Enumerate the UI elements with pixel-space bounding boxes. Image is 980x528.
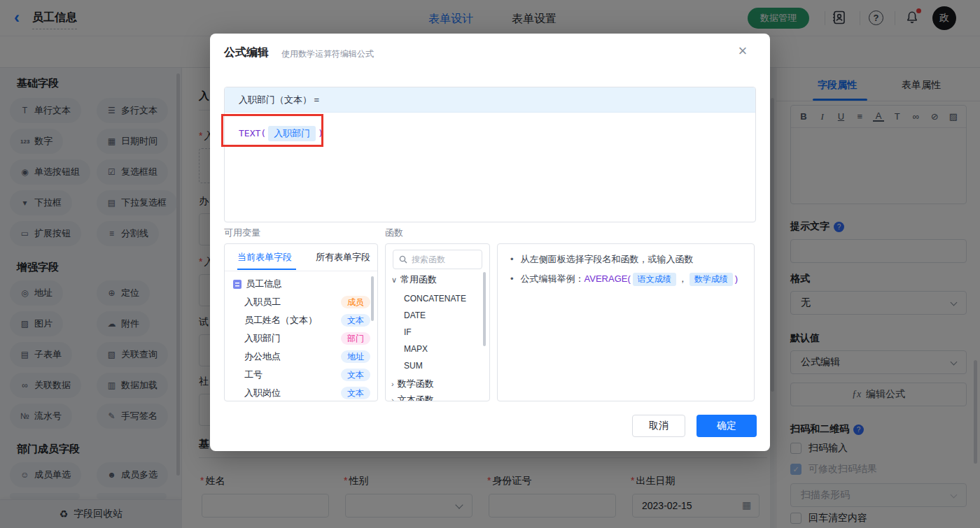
type-badge: 地址 [341, 350, 370, 363]
formula-function: TEXT( [239, 128, 266, 138]
variables-scrollbar[interactable] [371, 276, 374, 321]
comma: ， [678, 273, 687, 284]
function-item-date[interactable]: DATE [404, 311, 426, 320]
modal-title: 公式编辑 [224, 45, 269, 60]
formula-edit-modal: 公式编辑 使用数学运算符编辑公式 × 入职部门（文本） = TEXT(入职部门)… [210, 34, 770, 451]
function-item-if[interactable]: IF [404, 327, 412, 337]
variable-row[interactable]: 入职部门部门 [225, 329, 378, 348]
variable-row[interactable]: 办公地点地址 [225, 348, 378, 366]
formula-expression[interactable]: TEXT(入职部门) [225, 113, 755, 155]
field-chip: 数学成绩 [690, 273, 733, 286]
confirm-button[interactable]: 确定 [696, 415, 757, 437]
formula-target: 入职部门（文本） = [225, 87, 755, 113]
group-label: 文本函数 [398, 394, 434, 401]
function-search-input[interactable] [412, 255, 475, 264]
search-icon [399, 255, 407, 264]
group-label: 数学函数 [398, 378, 434, 389]
example-close-paren: ) [735, 273, 738, 284]
cancel-button[interactable]: 取消 [632, 415, 685, 437]
field-chip: 语文成绩 [633, 273, 676, 286]
variable-name: 员工信息 [246, 275, 282, 293]
functions-label: 函数 [385, 227, 403, 239]
bullet-icon: • [510, 254, 514, 264]
tip-text: 从左侧面板选择字段名和函数，或输入函数 [521, 254, 694, 264]
variable-name: 入职岗位 [244, 384, 281, 401]
tips-panel: •从左侧面板选择字段名和函数，或输入函数 •公式编辑举例：AVERAGE(语文成… [497, 243, 755, 401]
variable-row[interactable]: 员工姓名（文本）文本 [225, 311, 378, 329]
variable-name: 办公地点 [244, 348, 281, 366]
function-group-text[interactable]: ›文本函数 [391, 394, 434, 401]
variable-tree-root[interactable]: 员工信息 [225, 275, 378, 293]
variable-row[interactable]: 入职员工成员 [225, 293, 378, 311]
type-badge: 成员 [341, 296, 370, 308]
modal-subtitle: 使用数学运算符编辑公式 [281, 48, 374, 60]
close-icon[interactable]: × [734, 42, 752, 60]
app-screen: ‹ 员工信息 表单设计 表单设置 数据管理 ? 政 ∞ [0, 0, 980, 528]
tip-line-1: •从左侧面板选择字段名和函数，或输入函数 [510, 253, 694, 266]
variable-name: 入职部门 [244, 329, 281, 348]
variables-panel: 当前表单字段 所有表单字段 员工信息 入职员工成员 员工姓名（文本）文本 入职部… [224, 243, 378, 401]
variable-row[interactable]: 入职岗位文本 [225, 384, 378, 401]
variable-name: 员工姓名（文本） [244, 311, 317, 329]
divider [225, 271, 378, 271]
type-badge: 文本 [341, 387, 370, 399]
chevron-collapsed-icon: › [391, 380, 394, 388]
bullet-icon: • [510, 273, 514, 284]
function-item-concatenate[interactable]: CONCATENATE [404, 294, 466, 304]
function-group-math[interactable]: ›数学函数 [391, 378, 434, 390]
function-item-sum[interactable]: SUM [404, 361, 423, 371]
variable-name: 工号 [244, 366, 262, 384]
chevron-collapsed-icon: › [391, 396, 394, 401]
formula-close-paren: ) [318, 128, 323, 138]
variables-label: 可用变量 [224, 227, 260, 239]
field-chip: 入职部门 [268, 126, 316, 141]
tip-text: 公式编辑举例： [521, 273, 584, 284]
group-label: 常用函数 [400, 274, 437, 285]
tab-all-form-fields[interactable]: 所有表单字段 [316, 244, 370, 271]
type-badge: 部门 [341, 332, 370, 345]
type-badge: 文本 [341, 369, 370, 381]
tip-line-2: •公式编辑举例：AVERAGE(语文成绩，数学成绩) [510, 273, 738, 286]
function-search[interactable] [393, 250, 482, 269]
function-group-common[interactable]: ∨常用函数 [391, 273, 437, 286]
variable-name: 入职员工 [244, 293, 281, 311]
functions-panel: ∨常用函数 CONCATENATE DATE IF MAPX SUM ›数学函数… [385, 243, 490, 401]
variable-row[interactable]: 工号文本 [225, 366, 378, 384]
type-badge: 文本 [341, 314, 370, 327]
tab-current-form-fields[interactable]: 当前表单字段 [237, 244, 292, 271]
active-tab-underline [237, 269, 296, 270]
chevron-expanded-icon: ∨ [391, 276, 397, 284]
form-icon [233, 280, 241, 289]
formula-editor[interactable]: 入职部门（文本） = TEXT(入职部门) [224, 87, 756, 222]
example-function: AVERAGE( [584, 273, 631, 284]
functions-scrollbar[interactable] [483, 272, 486, 346]
function-item-mapx[interactable]: MAPX [404, 344, 428, 354]
